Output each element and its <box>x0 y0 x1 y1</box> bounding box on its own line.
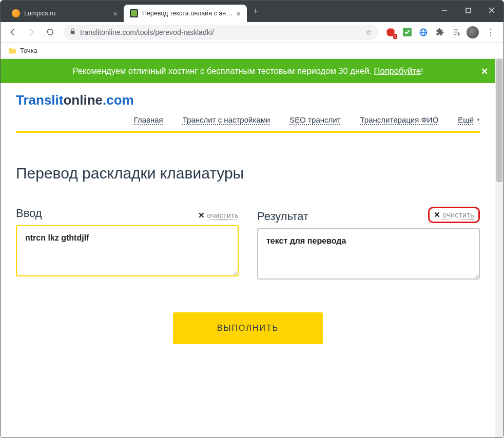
page-viewport: Рекомендуем отличный хостинг с бесплатны… <box>1 59 503 437</box>
lock-icon <box>69 28 76 36</box>
banner-text-end: ! <box>421 66 423 75</box>
page-title: Перевод раскладки клавиатуры <box>16 165 480 182</box>
banner-close-icon[interactable]: ✕ <box>481 66 488 76</box>
browser-tab-strip: Lumpics.ru × Перевод текста онлайн с анг… <box>1 1 503 22</box>
clear-output-button[interactable]: ✕ очистить <box>428 207 480 223</box>
folder-icon <box>8 47 17 54</box>
io-row: Ввод ✕ очистить Результат ✕ очистить <box>16 207 480 282</box>
input-label: Ввод <box>16 207 42 220</box>
browser-menu-button[interactable]: ⋮ <box>482 27 499 38</box>
close-icon: ✕ <box>434 210 440 220</box>
close-icon[interactable]: × <box>113 9 118 18</box>
maximize-button[interactable] <box>456 1 480 20</box>
reading-list-icon[interactable] <box>449 25 463 39</box>
address-bar[interactable]: translitonline.com/tools/perevod-rasklad… <box>63 25 378 40</box>
extension-globe-icon[interactable] <box>416 25 431 39</box>
new-tab-button[interactable]: + <box>247 6 265 17</box>
chevron-down-icon: ▾ <box>477 116 480 123</box>
banner-link[interactable]: Попробуйте <box>374 66 421 75</box>
input-column: Ввод ✕ очистить <box>16 207 239 282</box>
site-favicon-icon <box>130 9 138 17</box>
nav-home[interactable]: Главная <box>134 115 163 124</box>
scrollbar-thumb[interactable] <box>496 59 502 182</box>
browser-tab-2[interactable]: Перевод текста онлайн с англи × <box>124 5 247 22</box>
extension-adblock-icon[interactable]: 1 <box>383 25 398 39</box>
banner-text: Рекомендуем отличный хостинг с бесплатны… <box>72 66 374 75</box>
minimize-button[interactable] <box>433 1 456 20</box>
window-controls <box>433 1 503 20</box>
forward-button <box>23 24 40 41</box>
close-window-button[interactable] <box>480 1 503 20</box>
browser-tab-1[interactable]: Lumpics.ru × <box>6 5 124 22</box>
site-nav: Главная Транслит с настройками SEO транс… <box>16 115 480 133</box>
bookmark-label: Точка <box>20 47 37 54</box>
close-icon: ✕ <box>198 211 205 220</box>
site-logo[interactable]: Translitonline.com <box>16 92 480 108</box>
input-textarea[interactable] <box>16 225 239 276</box>
reload-button[interactable] <box>42 24 58 41</box>
back-button[interactable] <box>5 24 21 41</box>
output-label: Результат <box>257 210 308 223</box>
nav-translit-settings[interactable]: Транслит с настройками <box>183 115 270 124</box>
browser-toolbar: translitonline.com/tools/perevod-rasklad… <box>1 22 503 43</box>
site-favicon-icon <box>12 9 20 17</box>
url-text: translitonline.com/tools/perevod-rasklad… <box>80 28 214 36</box>
output-column: Результат ✕ очистить <box>257 207 480 282</box>
execute-button[interactable]: ВЫПОЛНИТЬ <box>173 312 323 344</box>
nav-fio-translit[interactable]: Транслитерация ФИО <box>360 115 439 124</box>
clear-input-button[interactable]: ✕ очистить <box>198 211 239 220</box>
extensions-puzzle-icon[interactable] <box>433 25 447 39</box>
close-icon[interactable]: × <box>236 9 241 18</box>
bookmarks-bar: Точка <box>1 43 503 59</box>
tab-title: Lumpics.ru <box>24 10 110 17</box>
svg-rect-1 <box>466 8 471 13</box>
bookmark-folder[interactable]: Точка <box>8 47 37 54</box>
nav-seo-translit[interactable]: SEO транслит <box>289 115 340 124</box>
profile-avatar[interactable] <box>466 25 480 39</box>
extension-badge: 1 <box>393 34 397 39</box>
scrollbar[interactable] <box>495 59 503 437</box>
promo-banner: Рекомендуем отличный хостинг с бесплатны… <box>1 59 495 83</box>
extension-check-icon[interactable] <box>400 25 414 39</box>
bookmark-star-icon[interactable]: ☆ <box>365 28 372 36</box>
tab-title: Перевод текста онлайн с англи <box>142 10 233 17</box>
nav-more-dropdown[interactable]: Ещё ▾ <box>458 115 480 124</box>
output-textarea[interactable] <box>257 228 480 280</box>
